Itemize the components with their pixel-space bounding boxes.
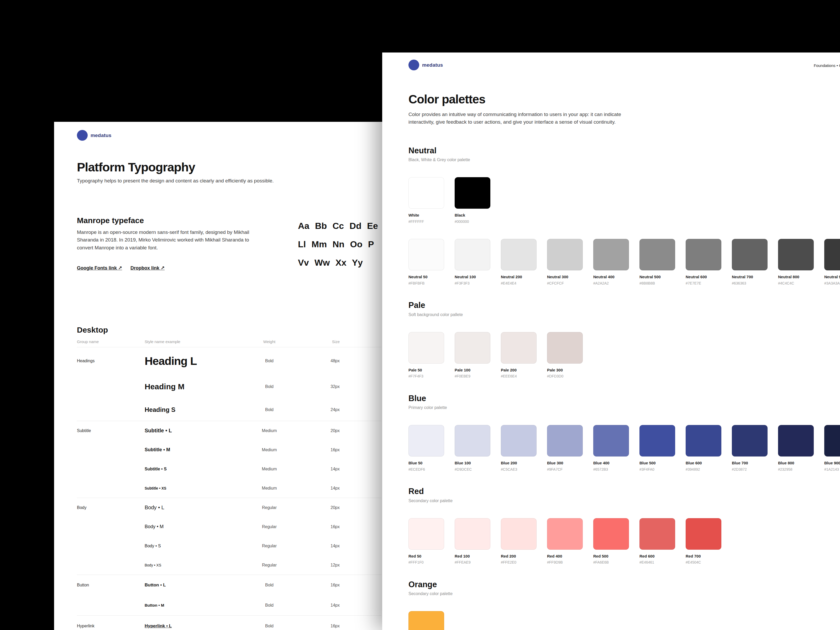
size-cell: 14px [289, 603, 339, 608]
color-section-red: RedSecondary color paletteRed 50#FFF1F0R… [409, 486, 840, 565]
swatch-hex: #FFE2E0 [501, 560, 537, 565]
swatch-name: Red 200 [501, 554, 537, 559]
swatch-hex: #E4E4E4 [501, 281, 537, 286]
typeface-description: Manrope is an open-source modern sans-se… [77, 228, 261, 251]
swatch-hex: #394892 [686, 467, 722, 472]
swatch-name: Red 700 [686, 554, 722, 559]
color-swatch: Neutral 50#FBFBFB [409, 239, 444, 286]
logo[interactable]: medatus [77, 130, 382, 141]
specimen-line: Vv Ww Xx Yy [298, 253, 378, 272]
swatch-hex: #FF9D9B [547, 560, 583, 565]
style-preview: Button • L [145, 583, 249, 588]
color-chip [732, 425, 767, 456]
logo[interactable]: medatus [409, 60, 840, 70]
swatch-hex: #FFFFFF [409, 219, 444, 224]
color-swatch: Neutral 800#4C4C4C [778, 239, 814, 286]
style-preview: Subtitle • L [145, 428, 249, 434]
color-chip [824, 425, 840, 456]
breadcrumb[interactable]: Foundations • Co [814, 63, 840, 68]
size-cell: 20px [289, 505, 339, 510]
swatch-row [409, 611, 840, 630]
swatch-hex: #E46461 [639, 560, 675, 565]
color-chip [778, 425, 814, 456]
table-group: ButtonButton • LBold16pxButton • MBold14… [77, 575, 381, 616]
color-swatch: Neutral 500#8B8B8B [639, 239, 675, 286]
section-subtitle: Soft background color pallete [409, 313, 840, 317]
swatch-hex: #A2A2A2 [593, 281, 629, 286]
table-row: Subtitle • XSMedium14px [77, 478, 339, 498]
swatch-name: Neutral 200 [501, 275, 537, 279]
color-chip [547, 518, 583, 549]
color-chip [547, 425, 583, 456]
page-title: Color palettes [409, 92, 840, 106]
specimen-line: Ll Mm Nn Oo P [298, 235, 378, 253]
swatch-hex: #4C4C4C [778, 281, 814, 286]
swatch-hex: #FFF1F0 [409, 560, 444, 565]
desktop-section-title: Desktop [77, 325, 382, 335]
swatch-hex: #DFD3D0 [547, 374, 583, 379]
color-chip [547, 332, 583, 363]
color-swatch: Red 100#FFEAE9 [455, 518, 490, 565]
swatch-hex: #D9DCEC [455, 467, 490, 472]
logo-label: medatus [90, 133, 112, 138]
weight-cell: Bold [249, 583, 289, 587]
table-row: Button • MBold14px [77, 595, 339, 615]
color-swatch: Red 50#FFF1F0 [409, 518, 444, 565]
swatch-hex: #636363 [732, 281, 767, 286]
swatch-name: Blue 700 [732, 461, 767, 466]
swatch-hex: #FFEAE9 [455, 560, 490, 565]
color-section-neutral: NeutralBlack, White & Grey color palette… [409, 146, 840, 286]
color-swatch: Pale 50#F7F4F3 [409, 332, 444, 379]
table-row: Body • MRegular16px [77, 517, 339, 536]
alphabet-specimen: Aa Bb Cc Dd Ee Ll Mm Nn Oo P Vv Ww Xx Yy [298, 216, 378, 272]
table-row: BodyBody • LRegular20px [77, 498, 339, 517]
swatch-name: Pale 50 [409, 368, 444, 373]
weight-cell: Medium [249, 448, 289, 452]
swatch-name: Blue 900 [824, 461, 840, 466]
table-row: ButtonButton • LBold16px [77, 575, 339, 595]
color-swatch: Neutral 400#A2A2A2 [593, 239, 629, 286]
weight-cell: Bold [249, 407, 289, 412]
color-chip [593, 239, 629, 270]
swatch-name: Neutral 100 [455, 275, 490, 279]
color-swatch: Red 200#FFE2E0 [501, 518, 537, 565]
size-cell: 48px [289, 358, 339, 363]
color-chip [501, 332, 537, 363]
swatch-name: Blue 400 [593, 461, 629, 466]
style-preview: Body • M [145, 524, 249, 529]
color-swatch: Blue 800#232958 [778, 425, 814, 472]
dropbox-link[interactable]: Dropbox link ↗ [131, 265, 164, 271]
size-cell: 16px [289, 624, 339, 628]
table-row: HeadingsHeading LBold48px [77, 347, 339, 374]
swatch-name: Black [455, 213, 490, 218]
table-row: HyperlinkHyperlink • LBold16px [77, 616, 339, 630]
weight-cell: Regular [249, 505, 289, 510]
swatch-name: Red 50 [409, 554, 444, 559]
swatch-hex: #E4504C [686, 560, 722, 565]
swatch-name: White [409, 213, 444, 218]
swatch-name: Neutral 600 [686, 275, 722, 279]
page-subtitle: Typography helps to present the design a… [77, 178, 382, 184]
weight-cell: Bold [249, 384, 289, 389]
style-preview: Subtitle • XS [145, 486, 249, 490]
swatch-row: Neutral 50#FBFBFBNeutral 100#F3F3F3Neutr… [409, 239, 840, 286]
color-swatch: White#FFFFFF [409, 177, 444, 224]
table-row: Body • XSRegular12px [77, 556, 339, 575]
google-fonts-link[interactable]: Google Fonts link ↗ [77, 265, 122, 271]
color-swatch: Red 700#E4504C [686, 518, 722, 565]
swatch-name: Neutral 400 [593, 275, 629, 279]
color-section-pale: PaleSoft background color palletePale 50… [409, 300, 840, 379]
color-chip [455, 425, 490, 456]
weight-cell: Medium [249, 428, 289, 433]
size-cell: 16px [289, 448, 339, 452]
table-group: BodyBody • LRegular20pxBody • MRegular16… [77, 498, 381, 575]
swatch-hex: #6572B3 [593, 467, 629, 472]
section-subtitle: Secondary color palette [409, 591, 840, 596]
table-group: HeadingsHeading LBold48pxHeading MBold32… [77, 347, 381, 421]
color-swatch [409, 611, 444, 630]
page-title: Platform Typography [77, 160, 382, 174]
weight-cell: Regular [249, 524, 289, 529]
color-swatch: Neutral 300#CFCFCF [547, 239, 583, 286]
color-chip [732, 239, 767, 270]
color-swatch: Blue 600#394892 [686, 425, 722, 472]
